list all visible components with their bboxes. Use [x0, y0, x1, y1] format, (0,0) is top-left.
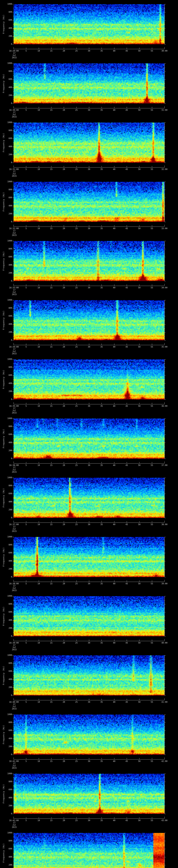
x-tick-label: 20 — [59, 227, 69, 230]
x-tick-label: 10 — [34, 168, 44, 170]
x-tick-label: 25 — [71, 464, 82, 466]
x-tick-label: 30 — [84, 819, 94, 822]
y-axis-title: Frequency (Hz) — [2, 133, 5, 152]
x-tick-label: 30 — [84, 227, 94, 230]
x-tick-label: 25 — [71, 109, 82, 111]
x-tick-label: 35 — [96, 405, 107, 407]
x-tick-label: 15 — [46, 642, 57, 644]
y-axis-title: Frequency (Hz) — [2, 725, 5, 744]
x-tick-label: 45 — [121, 405, 132, 407]
y-tick-label: 400 — [1, 146, 12, 148]
x-axis-end-time: 42:00 — [157, 760, 172, 763]
x-tick-label: 50 — [134, 701, 144, 703]
y-tick-label: 0 — [1, 280, 12, 282]
date-line: 2015 — [4, 708, 25, 710]
x-axis-end-time: 33:00 — [157, 227, 172, 230]
y-tick-label: 400 — [1, 797, 12, 799]
y-tick-label: 1000 — [1, 121, 12, 124]
y-tick-label: 1000 — [1, 299, 12, 301]
y-tick-label: 800 — [1, 603, 12, 605]
x-tick-label: 25 — [71, 819, 82, 822]
y-axis-title: Frequency (Hz) — [2, 607, 5, 626]
x-tick-label: 10 — [34, 109, 44, 111]
x-tick-label: 55 — [147, 760, 157, 763]
x-tick-label: 10 — [34, 819, 44, 822]
y-tick-label: 600 — [1, 137, 12, 140]
y-tick-label: 600 — [1, 78, 12, 81]
x-tick-label: 10 — [34, 760, 44, 763]
x-tick-label: 40 — [109, 346, 119, 348]
x-tick-label: 35 — [96, 227, 107, 230]
x-tick-label: 15 — [46, 464, 57, 466]
x-tick-label: 50 — [134, 642, 144, 644]
y-tick-label: 1000 — [1, 713, 12, 716]
x-tick-label: 45 — [121, 819, 132, 822]
date-line: 2015 — [4, 649, 25, 651]
y-tick-label: 1000 — [1, 3, 12, 5]
y-axis-title: Frequency (Hz) — [2, 192, 5, 212]
y-tick-label: 800 — [1, 307, 12, 309]
y-tick-label: 400 — [1, 323, 12, 325]
x-tick-label: 55 — [147, 701, 157, 703]
x-tick-label: 30 — [84, 642, 94, 644]
x-tick-label: 35 — [96, 583, 107, 585]
spectrogram-panel: Frequency (Hz) 02004006008001000 5101520… — [0, 473, 178, 533]
y-tick-label: 200 — [1, 94, 12, 96]
x-tick-label: 30 — [84, 168, 94, 170]
x-tick-label: 40 — [109, 464, 119, 466]
spectrogram-figure: Frequency (Hz) 02004006008001000 5101520… — [0, 0, 178, 868]
y-tick-label: 0 — [1, 339, 12, 341]
y-axis-title: Frequency (Hz) — [2, 488, 5, 507]
x-tick-label: 50 — [134, 760, 144, 763]
x-tick-label: 15 — [46, 583, 57, 585]
date-line: 2015 — [4, 175, 25, 177]
y-tick-label: 0 — [1, 753, 12, 756]
x-tick-label: 45 — [121, 464, 132, 466]
x-tick-label: 45 — [121, 760, 132, 763]
x-tick-label: 20 — [59, 523, 69, 526]
x-tick-label: 55 — [147, 523, 157, 526]
x-tick-label: 25 — [71, 701, 82, 703]
x-tick-label: 10 — [34, 642, 44, 644]
x-tick-label: 45 — [121, 583, 132, 585]
x-tick-label: 45 — [121, 287, 132, 289]
x-axis-end-time: 31:00 — [157, 109, 172, 111]
x-tick-label: 25 — [71, 583, 82, 585]
x-tick-label: 45 — [121, 50, 132, 52]
y-tick-label: 800 — [1, 189, 12, 191]
y-tick-label: 1000 — [1, 62, 12, 64]
y-axis-title: Frequency (Hz) — [2, 784, 5, 803]
date-line: 2015 — [4, 530, 25, 532]
spectrogram-panel: Frequency (Hz) 02004006008001000 5101520… — [0, 296, 178, 355]
x-tick-label: 55 — [147, 287, 157, 289]
x-tick-label: 20 — [59, 642, 69, 644]
x-tick-label: 20 — [59, 819, 69, 822]
x-tick-label: 20 — [59, 405, 69, 407]
x-axis-end-time: 40:00 — [157, 642, 172, 644]
y-tick-label: 600 — [1, 19, 12, 21]
x-tick-label: 25 — [71, 287, 82, 289]
x-tick-label: 40 — [109, 819, 119, 822]
y-tick-label: 0 — [1, 221, 12, 223]
y-tick-label: 800 — [1, 366, 12, 368]
x-tick-label: 20 — [59, 109, 69, 111]
x-tick-label: 35 — [96, 701, 107, 703]
x-tick-label: 15 — [46, 227, 57, 230]
x-tick-label: 40 — [109, 168, 119, 170]
y-tick-label: 600 — [1, 788, 12, 791]
y-axis-title: Frequency (Hz) — [2, 429, 5, 448]
y-tick-label: 400 — [1, 619, 12, 621]
x-tick-label: 35 — [96, 287, 107, 289]
y-tick-label: 800 — [1, 70, 12, 72]
x-tick-label: 50 — [134, 168, 144, 170]
x-tick-label: 20 — [59, 760, 69, 763]
y-tick-label: 1000 — [1, 417, 12, 420]
spectrogram-panel: Frequency (Hz) 02004006008001000 5101520… — [0, 118, 178, 178]
x-tick-label: 45 — [121, 523, 132, 526]
date-line: 2015 — [4, 767, 25, 769]
y-axis-title: Frequency (Hz) — [2, 547, 5, 567]
y-axis-title: Frequency (Hz) — [2, 74, 5, 93]
x-tick-label: 45 — [121, 109, 132, 111]
spectrogram-panel: Frequency (Hz) 02004006008001000 5101520… — [0, 59, 178, 118]
x-tick-label: 25 — [71, 346, 82, 348]
